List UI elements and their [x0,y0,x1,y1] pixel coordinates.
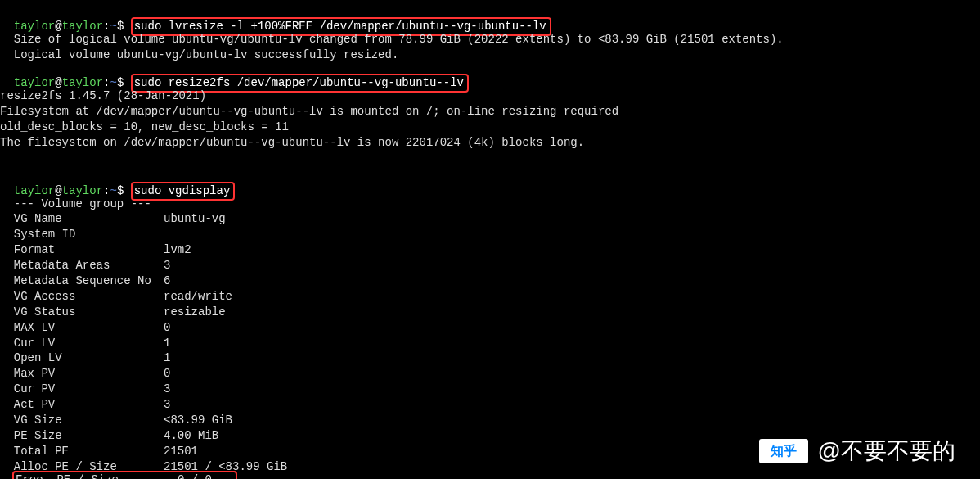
vg-key: VG Status [0,305,164,320]
vg-key: VG Access [0,289,164,305]
output-lvresize-1: Size of logical volume ubuntu-vg/ubuntu-… [0,32,980,47]
vg-key: VG Size [0,413,164,428]
terminal-line-prompt-3: taylor@taylor:~$ sudo vgdisplay [0,166,980,201]
cmd-resize2fs: sudo resize2fs /dev/mapper/ubuntu--vg-ub… [134,76,464,89]
vg-value: 1 [164,350,170,366]
vg-value: read/write [164,289,232,305]
vg-row: Formatlvm2 [0,242,980,258]
output-resize2fs-2: Filesystem at /dev/mapper/ubuntu--vg-ubu… [0,104,980,120]
vg-key: Free PE / Size [16,472,178,479]
vg-value: 0 [164,320,170,336]
output-resize2fs-1: resize2fs 1.45.7 (28-Jan-2021) [0,88,980,104]
terminal-line-prompt-2: taylor@taylor:~$ sudo resize2fs /dev/map… [0,59,980,93]
vg-key: PE Size [0,428,164,444]
vg-key: Total PE [0,444,164,459]
vg-value: 0 / 0 [178,472,232,479]
vg-value: 3 [164,258,170,273]
vg-row: MAX LV0 [0,320,980,336]
vg-row: VG Statusresizable [0,305,980,320]
vg-key: Cur LV [0,336,164,351]
terminal-line-prompt-1: taylor@taylor:~$ sudo lvresize -l +100%F… [0,2,980,36]
vg-key: Act PV [0,397,164,413]
watermark: 知乎 @不要不要的 [759,436,955,467]
vg-row: Metadata Sequence No6 [0,273,980,289]
vg-row: System ID [0,227,980,242]
vg-value: 0 [164,366,170,382]
prompt-host: taylor [62,20,103,33]
vg-value: 3 [164,382,170,397]
vg-key: Metadata Areas [0,258,164,273]
cmd-vgdisplay: sudo vgdisplay [134,184,231,197]
vg-row: Act PV3 [0,397,980,413]
vg-key: MAX LV [0,320,164,336]
vg-row: VG Size<83.99 GiB [0,413,980,428]
output-resize2fs-4: The filesystem on /dev/mapper/ubuntu--vg… [0,135,980,151]
vg-value: <83.99 GiB [164,413,232,428]
vg-value: 3 [164,397,170,413]
highlight-box-free-pe: Free PE / Size0 / 0 [12,471,237,479]
vg-row: Free PE / Size0 / 0 [0,471,980,479]
vg-value: 1 [164,336,170,351]
output-resize2fs-3: old_desc_blocks = 10, new_desc_blocks = … [0,120,980,135]
vg-row: Cur LV1 [0,336,980,351]
vg-value: resizable [164,305,226,320]
blank-line [0,151,980,166]
vg-value: lvm2 [164,242,191,258]
vg-value: 21501 [164,444,198,459]
vg-key: System ID [0,227,164,242]
prompt-path: ~ [110,20,116,33]
zhihu-icon: 知乎 [759,439,808,463]
prompt-at: @ [55,20,61,33]
vg-row: VG Accessread/write [0,289,980,305]
cmd-lvresize: sudo lvresize -l +100%FREE /dev/mapper/u… [134,20,546,33]
vg-row: Open LV1 [0,350,980,366]
vg-value: 4.00 MiB [164,428,218,444]
vg-key: Cur PV [0,382,164,397]
vg-key: Open LV [0,350,164,366]
watermark-text: @不要不要的 [818,436,955,467]
vg-key: Max PV [0,366,164,382]
vg-row: Cur PV3 [0,382,980,397]
vg-value: 6 [164,273,170,289]
vg-key: VG Name [0,211,164,227]
vg-row: VG Nameubuntu-vg [0,211,980,227]
vg-row: Max PV0 [0,366,980,382]
prompt-user: taylor [14,20,55,33]
vg-value: ubuntu-vg [164,211,226,227]
vg-row: Metadata Areas3 [0,258,980,273]
vg-key: Format [0,242,164,258]
vg-header: --- Volume group --- [0,197,980,212]
vg-key: Metadata Sequence No [0,273,164,289]
